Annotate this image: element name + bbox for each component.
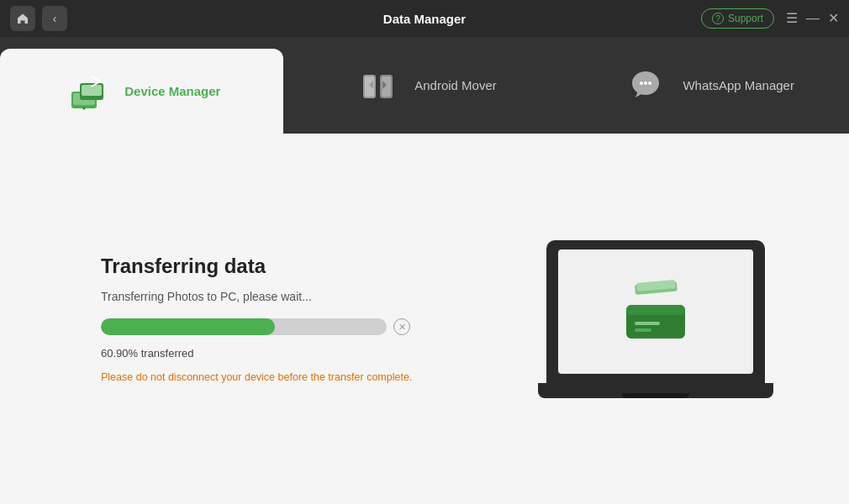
progress-bar-fill — [101, 318, 275, 335]
title-bar-right: ? Support ☰ — ✕ — [701, 8, 839, 29]
transfer-title: Transferring data — [101, 255, 530, 278]
title-bar-left: ‹ — [10, 6, 67, 31]
support-button[interactable]: ? Support — [701, 8, 774, 29]
svg-point-10 — [640, 81, 643, 85]
left-panel: Transferring data Transferring Photos to… — [101, 255, 530, 383]
android-mover-icon — [352, 60, 403, 111]
support-icon: ? — [712, 13, 724, 24]
svg-rect-16 — [626, 305, 685, 315]
svg-point-12 — [648, 81, 651, 85]
progress-percent-label: 60.90% transferred — [101, 347, 530, 360]
laptop-base — [538, 383, 773, 398]
close-button[interactable]: ✕ — [828, 12, 839, 25]
tab-device-manager[interactable]: Device Manager — [0, 49, 283, 134]
android-mover-label: Android Mover — [414, 78, 497, 92]
menu-button[interactable]: ☰ — [786, 12, 798, 25]
wallet-icon — [618, 278, 693, 345]
title-bar: ‹ Data Manager ? Support ☰ — ✕ — [0, 0, 849, 37]
svg-rect-18 — [635, 328, 651, 332]
minimize-button[interactable]: — — [806, 12, 820, 25]
progress-container: ✕ — [101, 318, 530, 335]
main-content: Transferring data Transferring Photos to… — [0, 134, 849, 504]
svg-point-11 — [644, 81, 647, 85]
svg-point-2 — [82, 108, 85, 110]
laptop-illustration — [538, 240, 773, 398]
tab-bar: Device Manager Android Mover — [0, 37, 849, 134]
laptop-screen-inner — [558, 249, 753, 374]
progress-bar-background — [101, 318, 387, 335]
right-panel — [530, 240, 782, 398]
back-button[interactable]: ‹ — [42, 6, 67, 31]
svg-rect-17 — [635, 322, 660, 325]
transfer-subtitle: Transferring Photos to PC, please wait..… — [101, 290, 530, 303]
warning-text: Please do not disconnect your device bef… — [101, 371, 530, 383]
laptop-screen-outer — [546, 240, 765, 383]
whatsapp-manager-label: WhatsApp Manager — [683, 78, 794, 92]
device-manager-icon — [62, 66, 113, 117]
window-controls: ☰ — ✕ — [786, 12, 839, 25]
tab-android-mover[interactable]: Android Mover — [283, 37, 567, 134]
device-manager-label: Device Manager — [124, 84, 220, 98]
whatsapp-manager-icon — [620, 60, 671, 111]
home-button[interactable] — [10, 6, 35, 31]
tab-whatsapp-manager[interactable]: WhatsApp Manager — [566, 37, 849, 134]
progress-cancel-button[interactable]: ✕ — [393, 318, 410, 335]
app-title: Data Manager — [383, 12, 466, 26]
